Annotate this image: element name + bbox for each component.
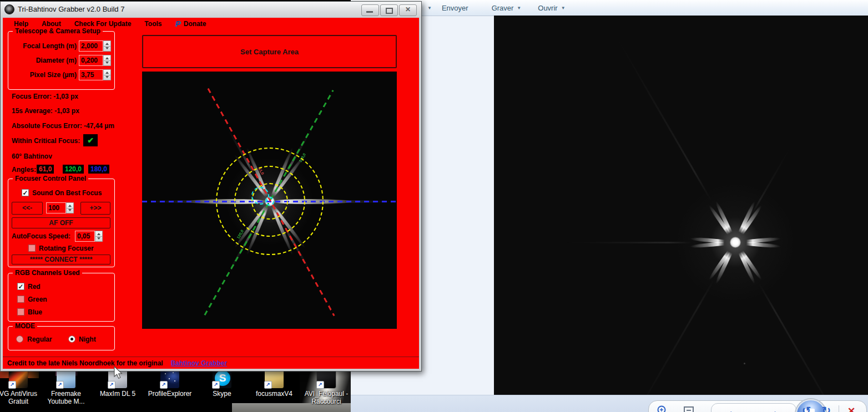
blue-channel-label: Blue (28, 308, 42, 316)
panel-title: Telescope & Camera Setup (13, 27, 103, 35)
chevron-down-icon[interactable]: ▼ (427, 6, 432, 11)
mask-type-readout: 60° Bahtinov (12, 152, 52, 160)
credit-bar: Credit to the late Niels Noordhoek for t… (3, 357, 419, 369)
toolbar-item-ouvrir[interactable]: Ouvrir ▼ (534, 4, 568, 12)
sound-on-best-focus-checkbox[interactable]: ✓ (22, 189, 29, 196)
blue-channel-checkbox[interactable] (17, 308, 24, 316)
shortcut-arrow-icon: ↗ (316, 381, 324, 389)
icon-label: VG AntiVirus (0, 390, 37, 398)
average-readout: 15s Average: -1,03 px (12, 107, 79, 115)
autofocus-speed-stepper[interactable] (95, 231, 103, 242)
restore-button[interactable] (380, 4, 398, 16)
avi-file-icon: ↗ (317, 369, 336, 388)
desktop-icon-freemake[interactable]: ↗ Freemake Youtube M... (39, 369, 93, 405)
critical-focus-status-badge: ✔ (83, 134, 98, 146)
diameter-field[interactable]: 0,200 (79, 55, 103, 66)
pixel-size-stepper[interactable] (103, 69, 111, 80)
diameter-stepper[interactable] (103, 55, 111, 66)
autofocus-toggle-button[interactable]: AF OFF (12, 217, 110, 228)
desktop-icon-avi-felopaul[interactable]: ↗ AVI_Felopaul - Raccourci (300, 369, 353, 405)
delete-icon[interactable]: ✕ (847, 405, 855, 412)
focuser-position-field[interactable]: 100 (46, 202, 66, 213)
check-icon: ✔ (87, 136, 94, 145)
shortcut-arrow-icon: ↗ (264, 381, 272, 389)
desktop-icon-focusmax[interactable]: ↗ focusmaxV4 (248, 369, 301, 398)
focusmax-icon: ↗ (265, 369, 284, 388)
bahtinov-grabber-link[interactable]: Bahtinov Grabber (171, 359, 227, 367)
photo-viewer-controls: ◀ ▶ ↺ ↻ ✕ (648, 400, 867, 412)
check-icon: ✓ (18, 283, 23, 291)
rotate-clockwise-icon[interactable]: ↻ (822, 404, 831, 412)
app-client-area: Help About Check For Update Tools P Dona… (3, 18, 419, 369)
shortcut-arrow-icon: ↗ (108, 381, 115, 389)
restore-icon (386, 8, 393, 14)
photo-viewer-bottom-bar: ◀ ▶ ↺ ↻ ✕ (351, 395, 868, 412)
focal-length-stepper[interactable] (103, 40, 111, 52)
menu-tools[interactable]: Tools (144, 20, 162, 28)
focuser-move-out-button[interactable]: <<- (12, 202, 43, 215)
capture-display: 61,0 120,0 120,0 (142, 72, 397, 329)
toolbar-item-envoyer[interactable]: Envoyer (438, 4, 472, 12)
rotate-counterclockwise-icon[interactable]: ↺ (802, 404, 811, 412)
focuser-position-stepper[interactable] (66, 202, 74, 213)
title-bar[interactable]: Tri-Bahtinov Grabber v2.0 Build 7 ✕ (1, 2, 421, 17)
minimize-icon (366, 11, 373, 13)
desktop-icon-profileexplorer[interactable]: ↗ ProfileExplorer (143, 369, 196, 398)
check-icon: ✓ (22, 189, 28, 197)
angle-badge-red: 61,0 (37, 165, 54, 174)
angle-badge-blue: 180,0 (88, 165, 109, 174)
actual-size-icon[interactable] (683, 405, 694, 412)
mode-regular-radio[interactable] (16, 335, 23, 343)
panel-title: Focuser Control Panel (13, 175, 88, 182)
pixel-size-field[interactable]: 3,75 (79, 69, 103, 80)
green-channel-checkbox[interactable] (17, 296, 24, 303)
mouse-cursor (113, 366, 125, 379)
toolbar-divider (839, 405, 839, 412)
desktop-icon-avg-antivirus[interactable]: ↗ VG AntiVirus Gratuit (0, 369, 45, 405)
menu-check-for-update[interactable]: Check For Update (74, 20, 132, 28)
app-icon (4, 4, 14, 14)
rotating-focuser-label: Rotating Focuser (39, 245, 94, 252)
desktop-icon-skype[interactable]: S ↗ Skype (195, 369, 249, 398)
focal-length-label: Focal Length (m) (12, 42, 77, 50)
mode-regular-label: Regular (27, 335, 52, 343)
set-capture-area-button[interactable]: Set Capture Area (142, 35, 397, 68)
paypal-icon: P (175, 19, 180, 28)
next-image-icon[interactable]: ▶ (775, 409, 781, 412)
pixel-size-label: Pixel Size (µm) (12, 71, 77, 79)
focus-error-readout: Focus Error: -1,03 px (12, 93, 78, 100)
tri-bahtinov-grabber-window: Tri-Bahtinov Grabber v2.0 Build 7 ✕ Help… (0, 1, 422, 372)
previous-image-icon[interactable]: ◀ (725, 409, 731, 412)
profileexplorer-icon: ↗ (160, 369, 179, 388)
rgb-channels-panel: RGB Channels Used ✓ Red Green Blue (8, 273, 115, 322)
mode-night-label: Night (79, 335, 96, 343)
minimize-button[interactable] (361, 4, 379, 16)
angle-badge-green: 120,0 (63, 165, 84, 174)
photo-image-star-pattern (494, 16, 868, 395)
angles-label: Angles: (12, 166, 36, 174)
menu-help[interactable]: Help (14, 20, 28, 28)
rotating-focuser-checkbox[interactable] (28, 245, 36, 252)
zoom-icon[interactable] (657, 405, 669, 412)
telescope-camera-setup-panel: Telescope & Camera Setup Focal Length (m… (8, 31, 115, 90)
hot-pixel (744, 363, 745, 364)
menu-about[interactable]: About (42, 20, 61, 28)
red-channel-checkbox[interactable]: ✓ (17, 283, 24, 290)
focuser-control-panel: Focuser Control Panel ✓ Sound On Best Fo… (8, 179, 115, 267)
cyan-star-marker (265, 197, 274, 206)
mode-night-radio[interactable] (68, 335, 75, 343)
photo-viewer-window: ▼ Envoyer Graver ▼ Ouvrir ▼ (351, 0, 868, 412)
chevron-down-icon: ▼ (561, 6, 566, 11)
menu-donate[interactable]: Donate (184, 20, 206, 28)
close-button[interactable]: ✕ (399, 4, 417, 16)
window-title: Tri-Bahtinov Grabber v2.0 Build 7 (18, 5, 124, 13)
autofocus-speed-field[interactable]: 0,05 (75, 231, 95, 242)
focal-length-field[interactable]: 2,000 (79, 40, 103, 52)
focuser-move-in-button[interactable]: +>> (80, 202, 110, 215)
connect-button[interactable]: ***** CONNECT ***** (12, 255, 110, 265)
shortcut-arrow-icon: ↗ (160, 381, 168, 389)
slideshow-button[interactable] (796, 399, 826, 412)
toolbar-item-graver[interactable]: Graver ▼ (488, 4, 525, 12)
shortcut-arrow-icon: ↗ (56, 381, 64, 389)
green-channel-label: Green (28, 296, 47, 303)
